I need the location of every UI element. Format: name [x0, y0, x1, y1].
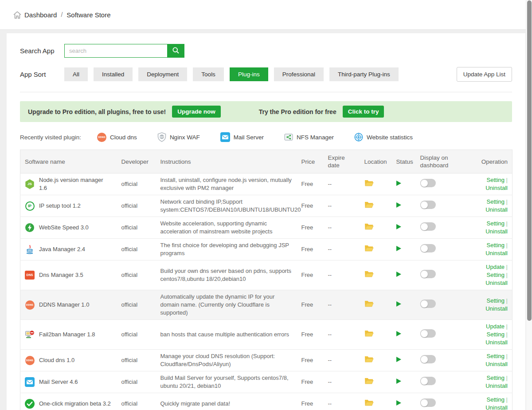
display-on-dashboard-toggle[interactable]: [420, 201, 436, 209]
display-on-dashboard-toggle[interactable]: [420, 300, 436, 308]
uninstall-link[interactable]: Uninstall: [485, 280, 508, 286]
stats-globe-icon: [354, 133, 363, 142]
instructions: Install, uninstall, configure node.js ve…: [156, 173, 297, 195]
instructions: Website acceleration, supporting dynamic…: [156, 217, 297, 239]
folder-icon[interactable]: [364, 302, 374, 309]
setting-link[interactable]: Setting: [487, 198, 505, 205]
display-on-dashboard-toggle[interactable]: [420, 222, 436, 231]
display-on-dashboard-toggle[interactable]: [420, 270, 436, 278]
search-input[interactable]: [64, 44, 167, 58]
display-on-dashboard-toggle[interactable]: [420, 355, 436, 363]
sort-button-all[interactable]: All: [64, 67, 88, 81]
software-name: DDNS Manager 1.0: [39, 301, 89, 309]
folder-icon[interactable]: [364, 272, 374, 279]
column-header-expire-date: Expire date: [324, 150, 360, 173]
search-app-label: Search App: [20, 47, 64, 55]
folder-icon[interactable]: [364, 379, 374, 386]
uninstall-link[interactable]: Uninstall: [485, 228, 508, 235]
display-on-dashboard-toggle[interactable]: [420, 377, 436, 385]
status-running-icon[interactable]: [396, 181, 401, 186]
sort-button-third-party-plug-ins[interactable]: Third-party Plug-ins: [329, 67, 399, 81]
setting-link[interactable]: Setting: [487, 375, 505, 381]
status-running-icon[interactable]: [396, 272, 401, 277]
recently-visited-label: Recently visited plugin:: [20, 134, 81, 141]
recent-plugin-mail-server[interactable]: Mail Server: [220, 132, 264, 142]
breadcrumb-dashboard[interactable]: Dashboard: [24, 11, 57, 19]
folder-icon[interactable]: [364, 203, 374, 210]
dns-icon: DNS: [25, 270, 35, 280]
status-running-icon[interactable]: [396, 246, 401, 251]
developer: official: [117, 260, 156, 290]
update-link[interactable]: Update: [486, 323, 505, 330]
upgrade-now-button[interactable]: Upgrade now: [172, 106, 221, 118]
setting-link[interactable]: Setting: [487, 331, 505, 338]
display-on-dashboard-toggle[interactable]: [420, 244, 436, 252]
recent-plugin-label: Website statistics: [367, 134, 413, 141]
uninstall-link[interactable]: Uninstall: [485, 185, 508, 191]
status-running-icon[interactable]: [396, 378, 401, 384]
sort-button-plug-ins[interactable]: Plug-ins: [230, 67, 268, 81]
svg-text:WAF: WAF: [160, 136, 164, 138]
nodejs-icon: JS: [25, 179, 35, 189]
display-on-dashboard-toggle[interactable]: [420, 398, 436, 407]
uninstall-link[interactable]: Uninstall: [485, 339, 508, 346]
scrollbar-track[interactable]: [526, 0, 532, 410]
operation-cell: Setting | Uninstall: [464, 217, 512, 239]
recent-plugin-cloud-dns[interactable]: DDNSCloud dns: [97, 133, 137, 142]
folder-icon[interactable]: [364, 332, 374, 339]
display-on-dashboard-toggle[interactable]: [420, 179, 436, 187]
status-running-icon[interactable]: [396, 357, 401, 362]
table-row: DNSDns Manager 3.5officialBuild your own…: [20, 260, 512, 290]
click-to-try-button[interactable]: Click to try: [343, 106, 384, 118]
uninstall-link[interactable]: Uninstall: [485, 382, 508, 389]
folder-icon[interactable]: [364, 401, 374, 408]
uninstall-link[interactable]: Uninstall: [485, 404, 508, 410]
waf-shield-icon: WAF: [157, 132, 166, 142]
sort-button-professional[interactable]: Professional: [274, 67, 324, 81]
status-running-icon[interactable]: [396, 400, 401, 406]
status-running-icon[interactable]: [396, 224, 401, 229]
status-running-icon[interactable]: [396, 202, 401, 208]
sort-button-installed[interactable]: Installed: [94, 67, 133, 81]
fail2ban-icon: [25, 330, 35, 339]
expire-date: --: [324, 393, 360, 410]
uninstall-link[interactable]: Uninstall: [485, 206, 508, 213]
operation-separator: |: [505, 375, 508, 381]
recent-plugin-nginx-waf[interactable]: WAFNginx WAF: [157, 132, 200, 142]
display-on-dashboard-toggle[interactable]: [420, 329, 436, 338]
uninstall-link[interactable]: Uninstall: [485, 250, 508, 256]
setting-link[interactable]: Setting: [487, 177, 505, 183]
update-app-list-button[interactable]: Update App List: [457, 67, 512, 82]
status-running-icon[interactable]: [396, 301, 401, 307]
search-button[interactable]: [167, 44, 184, 58]
setting-link[interactable]: Setting: [487, 242, 505, 248]
price: Free: [297, 217, 324, 239]
folder-icon[interactable]: [364, 358, 374, 364]
search-box: [64, 44, 184, 58]
setting-link[interactable]: Setting: [487, 220, 505, 227]
filter-section: Search App App Sort AllInstalledDeployme…: [20, 44, 512, 92]
expire-date: --: [324, 173, 360, 195]
update-link[interactable]: Update: [486, 264, 505, 270]
setting-link[interactable]: Setting: [487, 353, 505, 359]
instructions: Build your own dns server based on pdns,…: [156, 260, 297, 290]
setting-link[interactable]: Setting: [487, 297, 505, 304]
price: Free: [297, 173, 324, 195]
home-icon[interactable]: [13, 11, 21, 19]
folder-icon[interactable]: [364, 181, 374, 188]
recent-plugin-nfs-manager[interactable]: NFS Manager: [284, 133, 334, 142]
scrollbar-thumb[interactable]: [527, 0, 532, 321]
setting-link[interactable]: Setting: [487, 396, 505, 403]
developer: official: [117, 320, 156, 350]
sort-button-tools[interactable]: Tools: [193, 67, 224, 81]
operation-separator: |: [505, 297, 508, 304]
uninstall-link[interactable]: Uninstall: [485, 361, 508, 367]
software-name: Dns Manager 3.5: [39, 271, 83, 279]
status-running-icon[interactable]: [396, 331, 401, 336]
uninstall-link[interactable]: Uninstall: [485, 305, 508, 312]
recent-plugin-website-statistics[interactable]: Website statistics: [354, 133, 413, 142]
setting-link[interactable]: Setting: [487, 272, 505, 278]
sort-button-deployment[interactable]: Deployment: [138, 67, 187, 81]
folder-icon[interactable]: [364, 247, 374, 253]
folder-icon[interactable]: [364, 225, 374, 232]
